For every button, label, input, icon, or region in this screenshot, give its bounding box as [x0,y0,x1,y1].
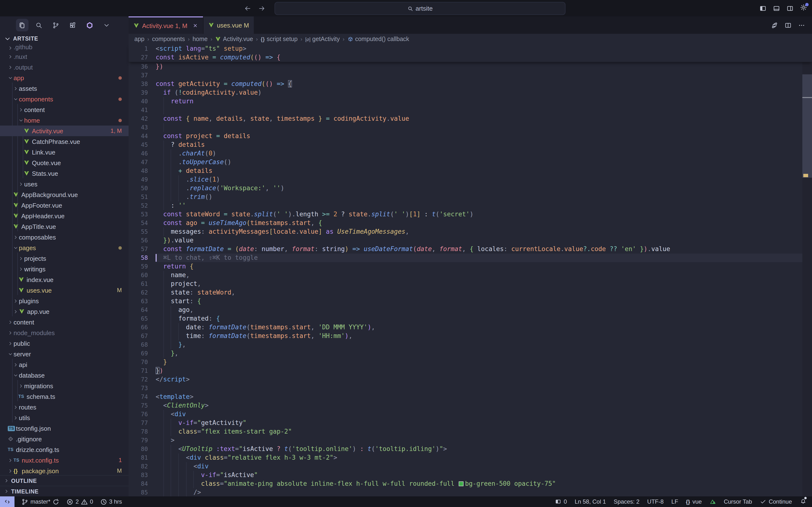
code-line-62[interactable]: 62 state: stateWord, [129,288,812,297]
code-editor[interactable]: 1<script lang="ts" setup>27const isActiv… [129,44,812,496]
tab-activity-vue[interactable]: Activity.vue 1, M [129,16,203,34]
status-item-encoding[interactable]: UTF-8 [647,498,664,505]
code-line-46[interactable]: 46 .charAt(0) [129,149,812,158]
tree-folder-public[interactable]: public [0,338,129,349]
tree-file-app.vue[interactable]: app.vue [0,306,129,317]
tree-folder-components[interactable]: components [0,94,129,104]
breadcrumb[interactable]: app›components›home›Activity.vue›{}scrip… [129,34,812,44]
tree-file-.gitignore[interactable]: .gitignore [0,434,129,444]
code-line-43[interactable]: 43 [129,123,812,132]
search-input[interactable]: artsite [274,2,565,15]
code-line-27[interactable]: 27const isActive = computed(() => { [129,53,812,62]
activity-bar-item-search[interactable] [33,19,45,32]
code-line-72[interactable]: 72</script> [129,375,812,384]
tree-file-catchphrase.vue[interactable]: CatchPhrase.vue [0,136,129,147]
code-line-73[interactable]: 73 [129,384,812,393]
code-line-41[interactable]: 41 [129,106,812,114]
open-changes-icon[interactable] [771,21,778,29]
tree-file-appheader.vue[interactable]: AppHeader.vue [0,211,129,221]
code-line-56[interactable]: 56 }).value [129,236,812,245]
code-line-36[interactable]: 36}) [129,62,812,71]
tree-folder-node-modules[interactable]: node_modules [0,327,129,338]
tree-file-uses.vue[interactable]: uses.vueM [0,285,129,295]
tree-folder-.nuxt[interactable]: .nuxt [0,51,129,62]
code-line-40[interactable]: 40 return [129,97,812,106]
tree-folder-server[interactable]: server [0,349,129,359]
code-line-42[interactable]: 42 const { name, details, state, timesta… [129,114,812,123]
code-line-54[interactable]: 54 const ago = useTimeAgo(timestamps.sta… [129,219,812,227]
activity-bar-item-more-views[interactable] [100,19,113,32]
tree-folder-api[interactable]: api [0,359,129,370]
code-line-78[interactable]: 78 class="flex items-start gap-2" [129,427,812,436]
tree-folder-content[interactable]: content [0,317,129,327]
code-line-76[interactable]: 76 <div [129,410,812,418]
code-line-53[interactable]: 53 const stateWord = state.split(' ').le… [129,210,812,219]
breadcrumb-item-home[interactable]: home [193,36,208,43]
status-item-notifications[interactable] [800,498,806,506]
close-icon[interactable] [192,23,198,29]
breadcrumb-item-components[interactable]: components [152,36,185,43]
tree-folder-app[interactable]: app [0,72,129,83]
code-line-58[interactable]: 58 ⌘L to chat, ⇧⌘K to toggle [129,253,812,262]
code-line-83[interactable]: 83 v-if="isActive" [129,471,812,480]
code-line-39[interactable]: 39 if (!codingActivity.value) [129,89,812,97]
code-line-37[interactable]: 37 [129,71,812,80]
tree-file-activity.vue[interactable]: Activity.vue1, M [0,125,129,136]
split-editor-icon[interactable] [784,21,792,29]
tree-file-schema.ts[interactable]: TSschema.ts [0,391,129,402]
tree-folder-routes[interactable]: routes [0,402,129,412]
status-item-continue[interactable]: Continue [760,498,792,505]
explorer-header[interactable]: ARTSITE [0,34,129,44]
tree-folder-.output[interactable]: .output [0,62,129,72]
breadcrumb-item-app[interactable]: app [134,36,145,43]
code-line-84[interactable]: 84 class="animate-ping absolute inline-f… [129,480,812,488]
tree-folder-composables[interactable]: composables [0,232,129,242]
code-line-49[interactable]: 49 .slice(1) [129,175,812,184]
code-line-38[interactable]: 38const getActivity = computed(() => { [129,80,812,89]
code-line-48[interactable]: 48 + details [129,167,812,175]
code-line-52[interactable]: 52 : '' [129,201,812,210]
code-line-81[interactable]: 81 <div class="relative flex h-3 w-3 mt-… [129,453,812,462]
bell-icon-wrap[interactable] [800,498,806,506]
tree-file-stats.vue[interactable]: Stats.vue [0,168,129,179]
status-item-cursor-tab[interactable]: Cursor Tab [724,498,752,505]
code-line-60[interactable]: 60 name, [129,271,812,280]
activity-bar-item-nuxt-devtools[interactable] [83,19,96,32]
tree-file-link.vue[interactable]: Link.vue [0,147,129,157]
code-line-64[interactable]: 64 ago, [129,306,812,314]
toggle-primary-sidebar-icon[interactable] [759,5,767,12]
code-line-57[interactable]: 57 const formatDate = (date: number, for… [129,245,812,253]
git-branch-status[interactable]: master* [21,498,60,505]
code-line-44[interactable]: 44 const project = details [129,132,812,140]
forward-icon[interactable] [258,5,265,12]
tree-folder-writings[interactable]: writings [0,264,129,274]
status-item-cursor-position[interactable]: Ln 58, Col 1 [575,498,606,505]
status-item-vue-language-server[interactable] [710,499,716,505]
status-item-ports[interactable]: 0 [555,498,567,505]
status-item-eol[interactable]: LF [671,498,678,505]
tab-uses-vue[interactable]: uses.vue M [203,16,254,34]
activity-bar-item-source-control[interactable] [50,19,62,32]
tree-folder-database[interactable]: database [0,370,129,381]
tree-file-appbackground.vue[interactable]: AppBackground.vue [0,189,129,200]
breadcrumb-item-getactivity[interactable]: [⌀]getActivity [305,36,340,43]
status-item-language-mode[interactable]: {}vue [686,498,702,505]
tree-folder-projects[interactable]: projects [0,253,129,264]
activity-bar-item-extensions[interactable] [66,19,79,32]
code-line-61[interactable]: 61 project, [129,280,812,288]
code-line-82[interactable]: 82 <div [129,462,812,471]
code-line-55[interactable]: 55 messages: activityMessages[locale.val… [129,227,812,236]
tree-folder-plugins[interactable]: plugins [0,295,129,306]
tree-folder-home[interactable]: home [0,115,129,125]
toggle-secondary-sidebar-icon[interactable] [786,5,794,12]
tree-file-package.json[interactable]: {}package.jsonM [0,465,129,476]
coding-time-status[interactable]: 3 hrs [100,498,122,505]
code-line-47[interactable]: 47 .toUpperCase() [129,158,812,167]
code-line-79[interactable]: 79 > [129,436,812,445]
breadcrumb-item-activity-vue[interactable]: Activity.vue [215,36,253,43]
code-line-85[interactable]: 85 /> [129,488,812,497]
tree-file-nuxt.config.ts[interactable]: TSnuxt.config.ts1 [0,455,129,465]
code-line-66[interactable]: 66 date: formatDate(timestamps.start, 'D… [129,323,812,332]
code-line-45[interactable]: 45 ? details [129,140,812,149]
sidebar-section-timeline[interactable]: TIMELINE [0,486,129,496]
